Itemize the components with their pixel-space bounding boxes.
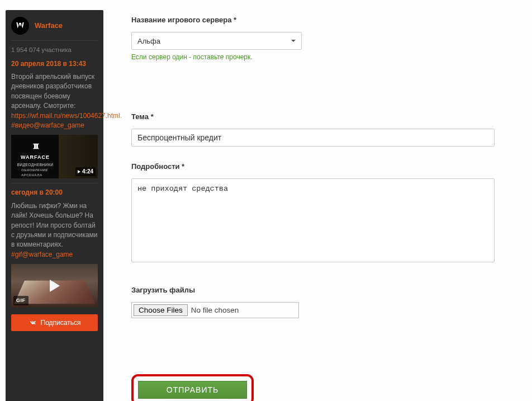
post-hashtag[interactable]: #gif@warface_game: [11, 251, 73, 258]
gif-thumbnail[interactable]: GIF: [11, 264, 98, 308]
server-hint: Если сервер один - поставьте прочерк.: [131, 53, 478, 61]
vk-icon: [28, 319, 36, 327]
submit-highlight: ОТПРАВИТЬ: [131, 374, 254, 401]
topic-input[interactable]: [131, 129, 495, 147]
video-thumbnail[interactable]: ɪıɪ WARFACE ВИДЕОДНЕВНИКИ ОБНОВЛЕНИЕ АРС…: [11, 135, 98, 178]
post-text: Второй апрельский выпуск дневников разра…: [11, 73, 94, 110]
play-icon: [50, 280, 60, 292]
post-hashtag[interactable]: #видео@warface_game: [11, 121, 84, 129]
sidebar: Warface 1 954 074 участника 20 апреля 20…: [6, 10, 103, 401]
choose-files-button[interactable]: Choose Files: [134, 304, 188, 316]
community-avatar: [11, 17, 29, 35]
subscribe-label: Подписаться: [41, 319, 81, 327]
file-status: No file chosen: [191, 306, 239, 314]
chevron-down-icon: [291, 40, 296, 42]
form-area: Название игрового сервера * Альфа Если с…: [103, 10, 506, 401]
details-label: Подробности *: [131, 162, 478, 171]
server-selected-value: Альфа: [137, 37, 160, 45]
files-label: Загрузить файлы: [131, 286, 478, 294]
post-timestamp[interactable]: сегодня в 20:00: [11, 188, 98, 197]
subscribe-button[interactable]: Подписаться: [11, 314, 98, 331]
divider: [11, 183, 98, 183]
video-duration: 4:24: [75, 167, 96, 177]
topic-label: Тема *: [131, 112, 478, 121]
gif-badge: GIF: [13, 296, 28, 305]
subscribers-count: 1 954 074 участника: [11, 45, 98, 55]
post-text: Любишь гифки? Жми на лайк! Хочешь больше…: [11, 202, 98, 249]
warface-logo-icon: [15, 21, 25, 31]
server-select[interactable]: Альфа: [131, 32, 302, 50]
details-textarea[interactable]: [131, 178, 495, 262]
warface-logo-icon: ɪıɪ: [33, 139, 37, 152]
community-header[interactable]: Warface: [11, 17, 98, 35]
file-input[interactable]: Choose Files No file chosen: [131, 302, 299, 318]
divider: [11, 40, 98, 41]
community-title[interactable]: Warface: [35, 21, 63, 31]
post-timestamp[interactable]: 20 апреля 2018 в 13:43: [11, 59, 98, 69]
post-body: Второй апрельский выпуск дневников разра…: [11, 72, 98, 130]
server-label: Название игрового сервера *: [131, 16, 478, 24]
submit-button[interactable]: ОТПРАВИТЬ: [138, 381, 247, 399]
post-body: Любишь гифки? Жми на лайк! Хочешь больше…: [11, 201, 98, 260]
